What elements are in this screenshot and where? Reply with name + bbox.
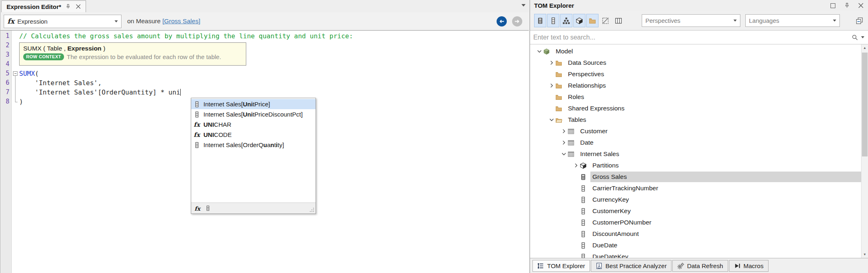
tree-item-duedate[interactable]: DueDate [530,240,861,251]
tree-item-label: Partitions [592,162,619,169]
forward-button[interactable] [512,16,522,26]
column-icon [580,219,590,226]
tab-tom-explorer[interactable]: TOM Explorer [532,260,590,272]
tree-item-customerkey[interactable]: CustomerKey [530,205,861,217]
chevron-down-icon[interactable] [560,151,568,157]
tree-item-tables[interactable]: Tables [530,114,861,125]
tom-explorer-toolbar: Perspectives Languages [530,11,868,30]
autocomplete-item[interactable]: Internet Sales[UnitPriceDiscountPct] [191,109,316,119]
fold-collapse-box[interactable]: − [13,71,18,76]
model-tree: ModelData SourcesPerspectivesRelationshi… [530,44,861,258]
tree-item-label: DueDate [592,242,617,249]
pin-icon[interactable] [65,3,71,10]
chevron-down-icon[interactable] [548,117,555,123]
close-icon[interactable] [857,2,864,9]
toggle-calculator-button[interactable] [534,14,546,27]
folder-icon [555,59,566,66]
tree-item-internet-sales[interactable]: Internet Sales [530,148,861,160]
toggle-column-button[interactable] [547,14,559,27]
resize-grip[interactable] [309,207,314,212]
toggle-hidden-objects-button[interactable] [599,14,612,27]
back-button[interactable] [497,16,507,26]
collapse-all-button[interactable] [853,15,866,27]
bottom-tab-bar: TOM ExplorerBest Practice AnalyzerData R… [530,258,868,273]
tree-item-data-sources[interactable]: Data Sources [530,57,861,68]
fx-filter-icon[interactable]: fx [194,205,200,212]
chevron-right-icon[interactable] [548,60,555,66]
code-line: 5−SUMX( [0,69,529,78]
tree-item-roles[interactable]: Roles [530,91,861,103]
fold-margin[interactable]: − [12,69,19,78]
code-text: // Calculates the gross sales amount by … [19,31,353,41]
tree-item-label: Date [580,139,594,146]
tree-item-shared-expressions[interactable]: Shared Expressions [530,103,861,114]
column-icon [194,111,203,118]
tree-item-gross-sales[interactable]: Gross Sales [530,171,861,183]
scroll-down-button[interactable]: ▼ [861,251,868,258]
autocomplete-item[interactable]: Internet Sales[OrderQuantity] [191,140,316,150]
tree-item-label: DiscountAmount [592,230,639,238]
autocomplete-item-label: Internet Sales[OrderQuantity] [203,141,284,148]
search-icon[interactable] [852,34,858,41]
tab-best-practice-analyzer[interactable]: Best Practice Analyzer [591,260,671,272]
chevron-right-icon[interactable] [572,163,580,168]
tree-item-date[interactable]: Date [530,137,861,148]
line-number: 8 [0,97,12,106]
close-icon[interactable] [75,3,82,10]
chevron-down-icon [833,20,836,22]
tree-item-perspectives[interactable]: Perspectives [530,68,861,80]
chevron-right-icon[interactable] [560,128,568,134]
tree-item-customer[interactable]: Customer [530,125,861,137]
tab-macros[interactable]: Macros [729,260,769,272]
languages-dropdown[interactable]: Languages [745,14,840,27]
autocomplete-item[interactable]: Internet Sales[UnitPrice] [191,99,316,109]
fx-icon: fx [7,17,14,25]
autocomplete-item[interactable]: fxUNICHAR [191,119,316,130]
search-options-arrow-icon[interactable] [861,36,864,38]
panel-menu-arrow-icon[interactable] [521,4,526,7]
tab-expression-editor[interactable]: Expression Editor* [1,0,86,12]
tree-item-customerponumber[interactable]: CustomerPONumber [530,217,861,228]
restore-icon[interactable] [830,2,836,9]
context-prefix: on Measure [127,18,161,24]
edit-context: on Measure [Gross Sales] [127,18,200,25]
code-text: 'Internet Sales', [19,78,102,88]
code-line: 1// Calculates the gross sales amount by… [0,31,529,41]
row-context-badge: ROW CONTEXT [23,53,64,60]
fold-margin [12,88,19,97]
toggle-partition-button[interactable] [573,14,585,27]
fold-margin [12,50,19,59]
tab-data-refresh[interactable]: Data Refresh [672,260,728,272]
tree-item-model[interactable]: Model [530,46,861,57]
dax-code-editor[interactable]: 1// Calculates the gross sales amount by… [0,31,529,273]
search-input[interactable] [530,34,852,41]
measure-link[interactable]: [Gross Sales] [162,18,200,24]
expression-type-label: Expression [17,18,115,25]
folder-icon [555,94,566,101]
toggle-columns-layout-button[interactable] [612,14,625,27]
tree-item-relationships[interactable]: Relationships [530,80,861,91]
languages-label: Languages [749,17,833,24]
folder-icon [555,82,566,89]
tree-item-label: DueDateKey [592,253,628,258]
tree-item-label: Internet Sales [580,150,619,158]
scrollbar-thumb[interactable] [862,53,868,156]
autocomplete-item[interactable]: fxUNICODE [191,130,316,140]
tree-item-partitions[interactable]: Partitions [530,160,861,171]
chevron-down-icon[interactable] [536,48,543,54]
perspectives-dropdown[interactable]: Perspectives [642,14,740,27]
expression-type-dropdown[interactable]: fx Expression [4,15,121,28]
toggle-hierarchy-button[interactable] [560,14,572,27]
chevron-right-icon[interactable] [548,83,555,88]
column-filter-icon[interactable] [205,205,211,211]
autocomplete-filter-bar: fx [191,203,316,214]
pin-icon[interactable] [844,2,850,9]
tree-item-duedatekey[interactable]: DueDateKey [530,251,861,258]
tree-item-carriertrackingnumber[interactable]: CarrierTrackingNumber [530,183,861,194]
tree-item-currencykey[interactable]: CurrencyKey [530,194,861,205]
scroll-up-button[interactable]: ▲ [861,44,868,51]
toggle-folder-button[interactable] [586,14,599,27]
chevron-right-icon[interactable] [560,140,568,145]
vertical-scrollbar[interactable]: ▲ ▼ [861,44,868,258]
tree-item-discountamount[interactable]: DiscountAmount [530,228,861,240]
